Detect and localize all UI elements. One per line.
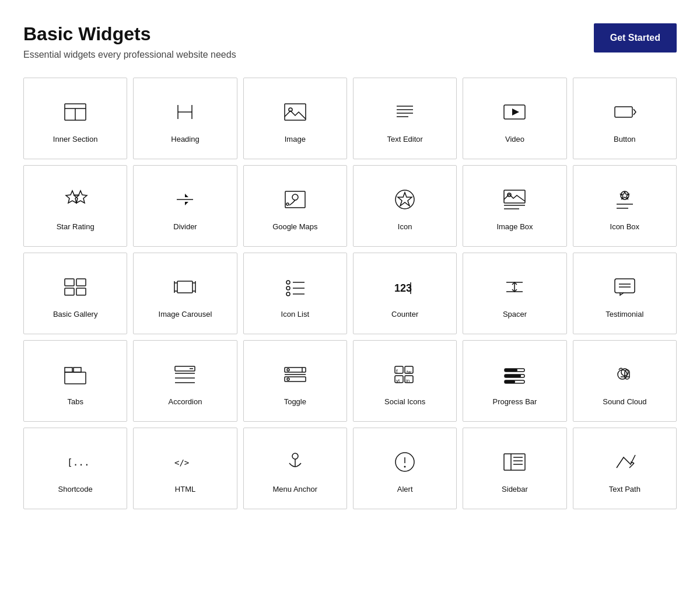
svg-text:yt: yt [396,378,400,383]
widget-label-text-path: Text Path [609,485,640,494]
google-maps-icon [281,185,310,214]
header-left: Basic Widgets Essential widgets every pr… [23,23,236,60]
page-header: Basic Widgets Essential widgets every pr… [23,23,677,60]
icon-list-icon [281,272,310,302]
widget-label-heading: Heading [171,135,199,144]
widget-card-icon-box[interactable]: Icon Box [573,165,677,247]
widget-label-testimonial: Testimonial [606,310,643,318]
widget-card-tabs[interactable]: Tabs [23,340,127,422]
testimonial-icon [610,272,639,302]
widget-card-icon-list[interactable]: Icon List [243,253,347,334]
svg-text:</>: </> [174,458,189,467]
widget-label-icon-list: Icon List [281,310,309,318]
widget-card-icon[interactable]: Icon [353,165,457,247]
svg-text:in: in [406,378,410,383]
svg-marker-13 [512,108,519,116]
image-box-icon [500,185,529,214]
widget-label-basic-gallery: Basic Gallery [53,310,98,318]
image-carousel-icon [170,272,200,302]
widget-card-image-box[interactable]: Image Box [463,165,566,247]
accordion-icon [170,360,200,389]
text-path-icon [610,447,639,477]
toggle-icon [281,360,310,389]
widget-card-sound-cloud[interactable]: Sound Cloud [573,340,677,422]
basic-gallery-icon [61,272,90,302]
html-icon: </> [170,447,200,477]
widget-label-image: Image [285,135,306,144]
sound-cloud-icon [610,360,639,389]
svg-rect-98 [504,454,525,470]
widget-card-video[interactable]: Video [463,78,566,159]
widget-card-google-maps[interactable]: Google Maps [243,165,347,247]
widget-label-social-icons: Social Icons [384,397,425,406]
icon-icon [390,185,419,214]
button-icon [610,97,639,127]
image-icon [281,97,310,127]
widget-card-star-rating[interactable]: Star Rating [23,165,127,247]
page-subtitle: Essential widgets every professional web… [23,50,236,60]
star-rating-icon [61,185,90,214]
svg-rect-14 [615,107,632,117]
widget-card-accordion[interactable]: Accordion [133,340,237,422]
svg-point-46 [286,286,290,290]
spacer-icon [500,272,529,302]
svg-text:[...]: [...] [67,457,88,468]
icon-box-icon [610,185,639,214]
widget-card-image[interactable]: Image [243,78,347,159]
widget-card-inner-section[interactable]: Inner Section [23,78,127,159]
svg-point-44 [286,281,290,284]
widget-card-progress-bar[interactable]: Progress Bar [463,340,566,422]
widget-card-counter[interactable]: 123Counter [353,253,457,334]
widget-card-social-icons[interactable]: ftwytinSocial Icons [353,340,457,422]
svg-rect-34 [76,279,86,286]
sidebar-icon [500,447,529,477]
widget-card-text-path[interactable]: Text Path [573,428,677,509]
widget-card-text-editor[interactable]: Text Editor [353,78,457,159]
svg-point-93 [292,453,298,459]
svg-point-97 [404,466,406,467]
widget-label-counter: Counter [391,310,418,318]
social-icons-icon: ftwytin [390,360,419,389]
widget-label-sidebar: Sidebar [502,485,528,494]
widget-card-testimonial[interactable]: Testimonial [573,253,677,334]
svg-rect-35 [65,288,74,295]
widget-card-spacer[interactable]: Spacer [463,253,566,334]
widget-card-alert[interactable]: Alert [353,428,457,509]
svg-rect-37 [177,281,192,293]
widget-label-alert: Alert [397,485,413,494]
widget-label-spacer: Spacer [503,310,527,318]
video-icon [500,97,529,127]
svg-rect-36 [76,288,86,295]
text-editor-icon [390,97,419,127]
svg-rect-69 [285,377,306,382]
widget-label-image-carousel: Image Carousel [159,310,212,318]
widget-label-star-rating: Star Rating [57,222,94,231]
widget-card-toggle[interactable]: Toggle [243,340,347,422]
get-started-button[interactable]: Get Started [594,23,677,52]
widget-card-shortcode[interactable]: [...]Shortcode [23,428,127,509]
widget-card-heading[interactable]: Heading [133,78,237,159]
widget-card-image-carousel[interactable]: Image Carousel [133,253,237,334]
widget-card-basic-gallery[interactable]: Basic Gallery [23,253,127,334]
widget-label-html: HTML [175,485,195,494]
menu-anchor-icon [281,447,310,477]
svg-rect-6 [285,104,306,120]
widget-label-icon-box: Icon Box [610,222,640,231]
widget-card-html[interactable]: </>HTML [133,428,237,509]
progress-bar-icon [500,360,529,389]
widget-card-divider[interactable]: Divider [133,165,237,247]
shortcode-icon: [...] [61,447,90,477]
svg-rect-59 [65,372,86,384]
svg-point-70 [287,369,289,371]
svg-rect-86 [505,380,515,383]
svg-text:tw: tw [407,369,411,374]
svg-point-22 [286,203,289,205]
widget-card-button[interactable]: Button [573,78,677,159]
widget-label-toggle: Toggle [284,397,306,406]
widget-label-shortcode: Shortcode [58,485,93,494]
widget-label-video: Video [505,135,524,144]
widget-card-sidebar[interactable]: Sidebar [463,428,566,509]
svg-rect-33 [65,279,74,286]
widget-card-menu-anchor[interactable]: Menu Anchor [243,428,347,509]
svg-marker-19 [185,202,188,205]
